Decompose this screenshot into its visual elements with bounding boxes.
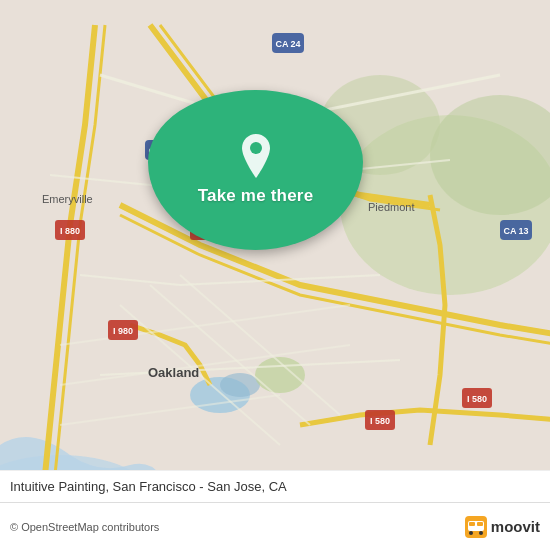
svg-point-38 <box>469 531 473 535</box>
svg-text:I 580: I 580 <box>370 416 390 426</box>
svg-text:Piedmont: Piedmont <box>368 201 414 213</box>
moovit-logo: moovit <box>465 516 540 538</box>
svg-rect-36 <box>469 522 475 526</box>
bottom-bar: © OpenStreetMap contributors moovit <box>0 502 550 550</box>
svg-text:I 880: I 880 <box>60 226 80 236</box>
svg-text:I 980: I 980 <box>113 326 133 336</box>
svg-text:Emeryville: Emeryville <box>42 193 93 205</box>
place-title-bar: Intuitive Painting, San Francisco - San … <box>0 470 550 502</box>
map-roads-svg: CA 24 CA 21 I 580 I 880 I 980 CA 13 I 58… <box>0 0 550 550</box>
svg-point-39 <box>479 531 483 535</box>
location-pin-icon <box>238 134 274 178</box>
moovit-text: moovit <box>491 518 540 535</box>
map-attribution: © OpenStreetMap contributors <box>10 521 159 533</box>
take-me-there-label: Take me there <box>198 186 314 206</box>
svg-text:CA 13: CA 13 <box>503 226 528 236</box>
place-title-text: Intuitive Painting, San Francisco - San … <box>10 479 287 494</box>
svg-rect-37 <box>477 522 483 526</box>
map-container: CA 24 CA 21 I 580 I 880 I 980 CA 13 I 58… <box>0 0 550 550</box>
svg-text:I 580: I 580 <box>467 394 487 404</box>
svg-text:CA 24: CA 24 <box>275 39 300 49</box>
svg-text:Oakland: Oakland <box>148 365 199 380</box>
svg-point-33 <box>250 142 262 154</box>
moovit-bus-icon <box>465 516 487 538</box>
